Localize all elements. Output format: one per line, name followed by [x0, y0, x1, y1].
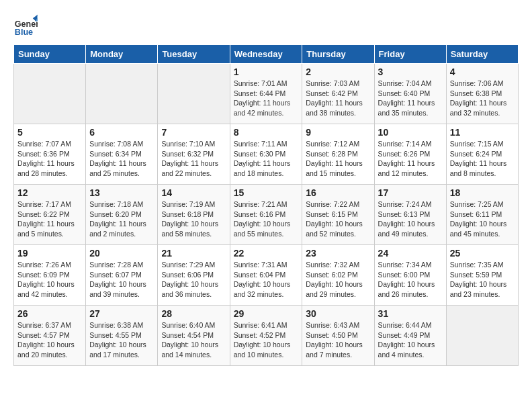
calendar-cell: 4Sunrise: 7:06 AM Sunset: 6:38 PM Daylig…	[446, 64, 518, 124]
calendar-cell: 11Sunrise: 7:15 AM Sunset: 6:24 PM Dayli…	[446, 124, 518, 185]
day-info: Sunrise: 6:41 AM Sunset: 4:52 PM Dayligh…	[234, 320, 299, 360]
weekday-header: Tuesday	[158, 45, 230, 64]
day-number: 16	[306, 187, 370, 198]
day-number: 18	[450, 187, 515, 198]
calendar-week-row: 5Sunrise: 7:07 AM Sunset: 6:36 PM Daylig…	[14, 124, 519, 185]
weekday-header: Thursday	[302, 45, 374, 64]
day-info: Sunrise: 6:37 AM Sunset: 4:57 PM Dayligh…	[17, 320, 82, 360]
calendar-cell	[158, 64, 230, 124]
calendar-cell: 23Sunrise: 7:32 AM Sunset: 6:02 PM Dayli…	[302, 245, 374, 306]
calendar-cell	[14, 64, 86, 124]
weekday-header: Monday	[86, 45, 158, 64]
day-info: Sunrise: 7:29 AM Sunset: 6:06 PM Dayligh…	[161, 260, 226, 300]
day-info: Sunrise: 7:19 AM Sunset: 6:18 PM Dayligh…	[161, 199, 226, 239]
day-number: 27	[89, 308, 154, 319]
day-number: 26	[17, 308, 82, 319]
day-info: Sunrise: 7:10 AM Sunset: 6:32 PM Dayligh…	[161, 139, 226, 179]
day-info: Sunrise: 7:28 AM Sunset: 6:07 PM Dayligh…	[89, 260, 154, 300]
calendar-cell: 12Sunrise: 7:17 AM Sunset: 6:22 PM Dayli…	[14, 185, 86, 245]
calendar-cell: 5Sunrise: 7:07 AM Sunset: 6:36 PM Daylig…	[14, 124, 86, 185]
day-number: 30	[306, 308, 370, 319]
day-info: Sunrise: 7:18 AM Sunset: 6:20 PM Dayligh…	[89, 199, 154, 239]
day-info: Sunrise: 7:14 AM Sunset: 6:26 PM Dayligh…	[378, 139, 443, 179]
day-number: 25	[450, 248, 515, 259]
day-number: 23	[306, 248, 370, 259]
day-info: Sunrise: 7:21 AM Sunset: 6:16 PM Dayligh…	[234, 199, 299, 239]
weekday-header-row: SundayMondayTuesdayWednesdayThursdayFrid…	[14, 45, 519, 64]
calendar-cell	[446, 306, 518, 366]
calendar-week-row: 26Sunrise: 6:37 AM Sunset: 4:57 PM Dayli…	[14, 306, 519, 366]
calendar-cell: 19Sunrise: 7:26 AM Sunset: 6:09 PM Dayli…	[14, 245, 86, 306]
calendar-cell: 20Sunrise: 7:28 AM Sunset: 6:07 PM Dayli…	[86, 245, 158, 306]
day-info: Sunrise: 7:25 AM Sunset: 6:11 PM Dayligh…	[450, 199, 515, 239]
calendar-cell: 3Sunrise: 7:04 AM Sunset: 6:40 PM Daylig…	[374, 64, 446, 124]
day-number: 6	[89, 127, 154, 138]
calendar-cell: 9Sunrise: 7:12 AM Sunset: 6:28 PM Daylig…	[302, 124, 374, 185]
day-number: 11	[450, 127, 515, 138]
day-number: 20	[89, 248, 154, 259]
day-number: 17	[378, 187, 443, 198]
day-info: Sunrise: 7:12 AM Sunset: 6:28 PM Dayligh…	[306, 139, 370, 179]
day-info: Sunrise: 7:17 AM Sunset: 6:22 PM Dayligh…	[17, 199, 82, 239]
weekday-header: Friday	[374, 45, 446, 64]
day-number: 7	[161, 127, 226, 138]
day-info: Sunrise: 6:44 AM Sunset: 4:49 PM Dayligh…	[378, 320, 443, 360]
page-header: General Blue	[13, 13, 519, 38]
day-number: 28	[161, 308, 226, 319]
calendar-week-row: 1Sunrise: 7:01 AM Sunset: 6:44 PM Daylig…	[14, 64, 519, 124]
day-info: Sunrise: 7:01 AM Sunset: 6:44 PM Dayligh…	[234, 79, 299, 118]
calendar-week-row: 12Sunrise: 7:17 AM Sunset: 6:22 PM Dayli…	[14, 185, 519, 245]
svg-text:Blue: Blue	[15, 28, 33, 37]
logo-icon: General Blue	[13, 13, 38, 38]
day-number: 22	[234, 248, 299, 259]
calendar-cell: 31Sunrise: 6:44 AM Sunset: 4:49 PM Dayli…	[374, 306, 446, 366]
day-number: 8	[234, 127, 299, 138]
weekday-header: Saturday	[446, 45, 518, 64]
calendar-cell: 14Sunrise: 7:19 AM Sunset: 6:18 PM Dayli…	[158, 185, 230, 245]
day-number: 29	[234, 308, 299, 319]
calendar-cell: 17Sunrise: 7:24 AM Sunset: 6:13 PM Dayli…	[374, 185, 446, 245]
calendar-cell: 25Sunrise: 7:35 AM Sunset: 5:59 PM Dayli…	[446, 245, 518, 306]
calendar-cell: 13Sunrise: 7:18 AM Sunset: 6:20 PM Dayli…	[86, 185, 158, 245]
calendar-cell: 15Sunrise: 7:21 AM Sunset: 6:16 PM Dayli…	[230, 185, 302, 245]
day-info: Sunrise: 7:03 AM Sunset: 6:42 PM Dayligh…	[306, 79, 370, 118]
calendar-cell: 2Sunrise: 7:03 AM Sunset: 6:42 PM Daylig…	[302, 64, 374, 124]
calendar-cell: 1Sunrise: 7:01 AM Sunset: 6:44 PM Daylig…	[230, 64, 302, 124]
day-info: Sunrise: 7:26 AM Sunset: 6:09 PM Dayligh…	[17, 260, 82, 300]
calendar-cell: 27Sunrise: 6:38 AM Sunset: 4:55 PM Dayli…	[86, 306, 158, 366]
calendar-table: SundayMondayTuesdayWednesdayThursdayFrid…	[13, 44, 519, 366]
day-number: 5	[17, 127, 82, 138]
day-info: Sunrise: 6:43 AM Sunset: 4:50 PM Dayligh…	[306, 320, 370, 360]
day-info: Sunrise: 7:24 AM Sunset: 6:13 PM Dayligh…	[378, 199, 443, 239]
day-number: 15	[234, 187, 299, 198]
calendar-cell: 18Sunrise: 7:25 AM Sunset: 6:11 PM Dayli…	[446, 185, 518, 245]
day-number: 19	[17, 248, 82, 259]
calendar-cell: 30Sunrise: 6:43 AM Sunset: 4:50 PM Dayli…	[302, 306, 374, 366]
calendar-cell	[86, 64, 158, 124]
day-number: 9	[306, 127, 370, 138]
weekday-header: Sunday	[14, 45, 86, 64]
calendar-week-row: 19Sunrise: 7:26 AM Sunset: 6:09 PM Dayli…	[14, 245, 519, 306]
day-info: Sunrise: 6:38 AM Sunset: 4:55 PM Dayligh…	[89, 320, 154, 360]
day-info: Sunrise: 7:31 AM Sunset: 6:04 PM Dayligh…	[234, 260, 299, 300]
calendar-cell: 6Sunrise: 7:08 AM Sunset: 6:34 PM Daylig…	[86, 124, 158, 185]
day-number: 13	[89, 187, 154, 198]
day-info: Sunrise: 7:07 AM Sunset: 6:36 PM Dayligh…	[17, 139, 82, 179]
day-info: Sunrise: 7:22 AM Sunset: 6:15 PM Dayligh…	[306, 199, 370, 239]
day-info: Sunrise: 7:08 AM Sunset: 6:34 PM Dayligh…	[89, 139, 154, 179]
logo: General Blue	[13, 13, 40, 38]
day-number: 24	[378, 248, 443, 259]
day-number: 21	[161, 248, 226, 259]
day-number: 31	[378, 308, 443, 319]
day-number: 3	[378, 66, 443, 77]
calendar-cell: 26Sunrise: 6:37 AM Sunset: 4:57 PM Dayli…	[14, 306, 86, 366]
day-info: Sunrise: 7:06 AM Sunset: 6:38 PM Dayligh…	[450, 79, 515, 118]
weekday-header: Wednesday	[230, 45, 302, 64]
calendar-cell: 7Sunrise: 7:10 AM Sunset: 6:32 PM Daylig…	[158, 124, 230, 185]
day-number: 4	[450, 66, 515, 77]
calendar-cell: 16Sunrise: 7:22 AM Sunset: 6:15 PM Dayli…	[302, 185, 374, 245]
day-info: Sunrise: 6:40 AM Sunset: 4:54 PM Dayligh…	[161, 320, 226, 360]
calendar-cell: 28Sunrise: 6:40 AM Sunset: 4:54 PM Dayli…	[158, 306, 230, 366]
calendar-cell: 21Sunrise: 7:29 AM Sunset: 6:06 PM Dayli…	[158, 245, 230, 306]
day-info: Sunrise: 7:34 AM Sunset: 6:00 PM Dayligh…	[378, 260, 443, 300]
